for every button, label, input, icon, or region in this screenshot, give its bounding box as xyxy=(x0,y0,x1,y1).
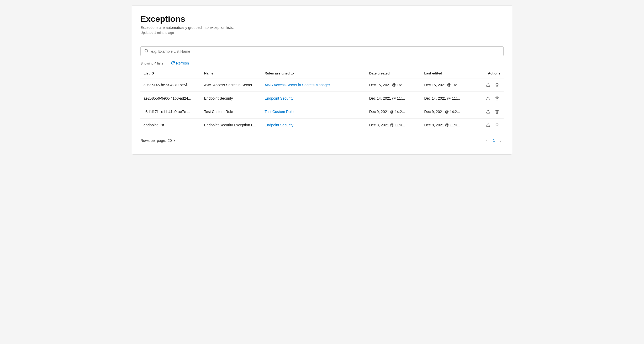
export-button[interactable] xyxy=(485,109,492,115)
showing-label: Showing 4 lists xyxy=(140,61,163,65)
rows-per-page-value: 20 xyxy=(168,138,172,143)
col-header-rules: Rules assigned to xyxy=(261,69,366,78)
cell-list-id: ae258556-9e06-41b0-ad24... xyxy=(140,92,201,105)
refresh-button[interactable]: Refresh xyxy=(171,61,189,66)
table-row: a0ca6146-be73-4270-be5f-...AWS Access Se… xyxy=(140,78,504,92)
cell-actions xyxy=(476,78,504,92)
page-subtitle: Exceptions are automatically grouped int… xyxy=(140,25,504,30)
export-button[interactable] xyxy=(485,95,492,101)
col-header-actions: Actions xyxy=(476,69,504,78)
exceptions-table: List ID Name Rules assigned to Date crea… xyxy=(140,69,504,132)
delete-button[interactable] xyxy=(494,109,500,115)
delete-button xyxy=(494,122,500,128)
page-prev-button[interactable]: ‹ xyxy=(484,137,490,144)
table-row: ae258556-9e06-41b0-ad24...Endpoint Secur… xyxy=(140,92,504,105)
delete-button[interactable] xyxy=(494,95,500,101)
toolbar-divider xyxy=(167,61,167,66)
rule-link[interactable]: Endpoint Security xyxy=(265,123,293,127)
cell-last-edited: Dec 15, 2021 @ 16:... xyxy=(421,78,476,92)
export-button[interactable] xyxy=(485,82,492,88)
rule-link[interactable]: AWS Access Secret in Secrets Manager xyxy=(265,83,330,87)
page-title: Exceptions xyxy=(140,14,504,24)
cell-last-edited: Dec 8, 2021 @ 11:4... xyxy=(421,119,476,132)
page-container: Exceptions Exceptions are automatically … xyxy=(132,5,512,155)
rows-per-page-selector[interactable]: Rows per page: 20 ▾ xyxy=(140,138,175,143)
col-header-list-id: List ID xyxy=(140,69,201,78)
table-header-row: List ID Name Rules assigned to Date crea… xyxy=(140,69,504,78)
col-header-date-created: Date created xyxy=(366,69,421,78)
cell-list-id: a0ca6146-be73-4270-be5f-... xyxy=(140,78,201,92)
cell-actions xyxy=(476,119,504,132)
cell-name: Endpoint Security xyxy=(201,92,262,105)
cell-date-created: Dec 9, 2021 @ 14:2... xyxy=(366,105,421,119)
page-next-button[interactable]: › xyxy=(498,137,504,144)
table-row: b8dfd17f-1e11-41b0-ae7e-...Test Custom R… xyxy=(140,105,504,119)
delete-button[interactable] xyxy=(494,82,500,88)
cell-date-created: Dec 14, 2021 @ 11:... xyxy=(366,92,421,105)
cell-rules[interactable]: Endpoint Security xyxy=(261,92,366,105)
table-row: endpoint_listEndpoint Security Exception… xyxy=(140,119,504,132)
pagination-bar: Rows per page: 20 ▾ ‹ 1 › xyxy=(140,137,504,144)
refresh-icon xyxy=(171,61,175,66)
search-bar xyxy=(140,46,504,56)
cell-rules[interactable]: Endpoint Security xyxy=(261,119,366,132)
rule-link[interactable]: Endpoint Security xyxy=(265,96,293,100)
page-updated: Updated 1 minute ago xyxy=(140,31,504,35)
cell-rules[interactable]: Test Custom Rule xyxy=(261,105,366,119)
cell-list-id: b8dfd17f-1e11-41b0-ae7e-... xyxy=(140,105,201,119)
current-page-number[interactable]: 1 xyxy=(491,137,497,144)
cell-last-edited: Dec 14, 2021 @ 11:... xyxy=(421,92,476,105)
col-header-last-edited: Last edited xyxy=(421,69,476,78)
section-divider xyxy=(140,41,504,41)
cell-last-edited: Dec 9, 2021 @ 14:2... xyxy=(421,105,476,119)
cell-name: AWS Access Secret in Secret... xyxy=(201,78,262,92)
cell-list-id: endpoint_list xyxy=(140,119,201,132)
search-input[interactable] xyxy=(151,49,500,53)
col-header-name: Name xyxy=(201,69,262,78)
cell-date-created: Dec 8, 2021 @ 11:4... xyxy=(366,119,421,132)
table-toolbar: Showing 4 lists Refresh xyxy=(140,61,504,66)
chevron-down-icon: ▾ xyxy=(173,139,175,142)
rule-link[interactable]: Test Custom Rule xyxy=(265,110,293,114)
pagination-pages: ‹ 1 › xyxy=(484,137,504,144)
refresh-label: Refresh xyxy=(176,61,189,65)
rows-per-page-label: Rows per page: xyxy=(140,138,166,143)
export-button[interactable] xyxy=(485,122,492,128)
cell-rules[interactable]: AWS Access Secret in Secrets Manager xyxy=(261,78,366,92)
cell-actions xyxy=(476,92,504,105)
cell-name: Test Custom Rule xyxy=(201,105,262,119)
cell-name: Endpoint Security Exception L... xyxy=(201,119,262,132)
cell-date-created: Dec 15, 2021 @ 16:... xyxy=(366,78,421,92)
svg-line-1 xyxy=(147,52,148,52)
cell-actions xyxy=(476,105,504,119)
search-icon xyxy=(144,49,149,54)
